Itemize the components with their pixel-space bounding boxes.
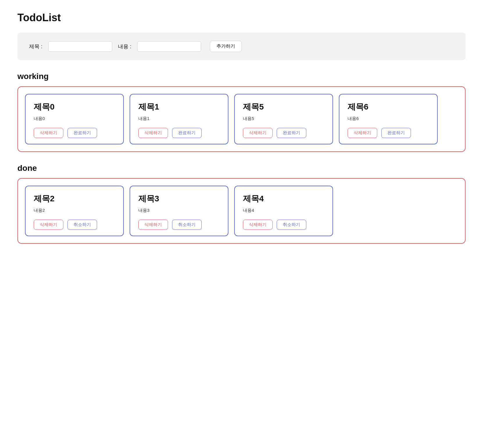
title-label: 제목 : (29, 43, 42, 50)
content-label: 내용 : (118, 43, 131, 50)
cancel-button-card-4[interactable]: 취소하기 (277, 220, 306, 230)
card-content-card-2: 내용2 (34, 208, 115, 213)
cards-grid-working: 제목0내용0삭제하기완료하기제목1내용1삭제하기완료하기제목5내용5삭제하기완료… (25, 94, 458, 144)
card-buttons-card-6: 삭제하기완료하기 (348, 128, 429, 138)
cancel-button-card-3[interactable]: 취소하기 (172, 220, 202, 230)
card-card-3: 제목3내용3삭제하기취소하기 (130, 186, 228, 236)
section-done: done제목2내용2삭제하기취소하기제목3내용3삭제하기취소하기제목4내용4삭제… (17, 164, 466, 244)
title-input[interactable] (48, 41, 112, 52)
delete-button-card-6[interactable]: 삭제하기 (348, 128, 377, 138)
delete-button-card-0[interactable]: 삭제하기 (34, 128, 63, 138)
complete-button-card-1[interactable]: 완료하기 (172, 128, 202, 138)
input-bar: 제목 : 내용 : 추가하기 (17, 33, 466, 60)
content-input[interactable] (137, 41, 201, 52)
card-buttons-card-5: 삭제하기완료하기 (243, 128, 324, 138)
card-title-card-1: 제목1 (138, 101, 220, 112)
card-content-card-4: 내용4 (243, 208, 324, 213)
complete-button-card-0[interactable]: 완료하기 (67, 128, 97, 138)
card-buttons-card-0: 삭제하기완료하기 (34, 128, 115, 138)
section-container-working: 제목0내용0삭제하기완료하기제목1내용1삭제하기완료하기제목5내용5삭제하기완료… (17, 86, 466, 152)
card-title-card-0: 제목0 (34, 101, 115, 112)
complete-button-card-6[interactable]: 완료하기 (381, 128, 411, 138)
delete-button-card-1[interactable]: 삭제하기 (138, 128, 168, 138)
delete-button-card-5[interactable]: 삭제하기 (243, 128, 273, 138)
card-buttons-card-4: 삭제하기취소하기 (243, 220, 324, 230)
card-buttons-card-1: 삭제하기완료하기 (138, 128, 220, 138)
delete-button-card-3[interactable]: 삭제하기 (138, 220, 168, 230)
complete-button-card-5[interactable]: 완료하기 (277, 128, 306, 138)
add-button[interactable]: 추가하기 (210, 41, 242, 52)
cancel-button-card-2[interactable]: 취소하기 (67, 220, 97, 230)
card-title-card-6: 제목6 (348, 101, 429, 112)
delete-button-card-4[interactable]: 삭제하기 (243, 220, 273, 230)
app-title: TodoList (17, 12, 466, 24)
card-content-card-1: 내용1 (138, 116, 220, 121)
card-card-4: 제목4내용4삭제하기취소하기 (234, 186, 333, 236)
card-card-5: 제목5내용5삭제하기완료하기 (234, 94, 333, 144)
section-title-working: working (17, 72, 466, 81)
cards-grid-done: 제목2내용2삭제하기취소하기제목3내용3삭제하기취소하기제목4내용4삭제하기취소… (25, 186, 458, 236)
card-title-card-5: 제목5 (243, 101, 324, 112)
card-content-card-5: 내용5 (243, 116, 324, 121)
card-title-card-4: 제목4 (243, 193, 324, 204)
card-content-card-6: 내용6 (348, 116, 429, 121)
section-working: working제목0내용0삭제하기완료하기제목1내용1삭제하기완료하기제목5내용… (17, 72, 466, 152)
card-buttons-card-3: 삭제하기취소하기 (138, 220, 220, 230)
section-container-done: 제목2내용2삭제하기취소하기제목3내용3삭제하기취소하기제목4내용4삭제하기취소… (17, 178, 466, 244)
sections-container: working제목0내용0삭제하기완료하기제목1내용1삭제하기완료하기제목5내용… (17, 72, 466, 244)
card-card-6: 제목6내용6삭제하기완료하기 (339, 94, 438, 144)
card-content-card-0: 내용0 (34, 116, 115, 121)
card-title-card-2: 제목2 (34, 193, 115, 204)
card-card-1: 제목1내용1삭제하기완료하기 (130, 94, 228, 144)
card-content-card-3: 내용3 (138, 208, 220, 213)
card-card-0: 제목0내용0삭제하기완료하기 (25, 94, 124, 144)
delete-button-card-2[interactable]: 삭제하기 (34, 220, 63, 230)
card-title-card-3: 제목3 (138, 193, 220, 204)
section-title-done: done (17, 164, 466, 173)
card-card-2: 제목2내용2삭제하기취소하기 (25, 186, 124, 236)
card-buttons-card-2: 삭제하기취소하기 (34, 220, 115, 230)
